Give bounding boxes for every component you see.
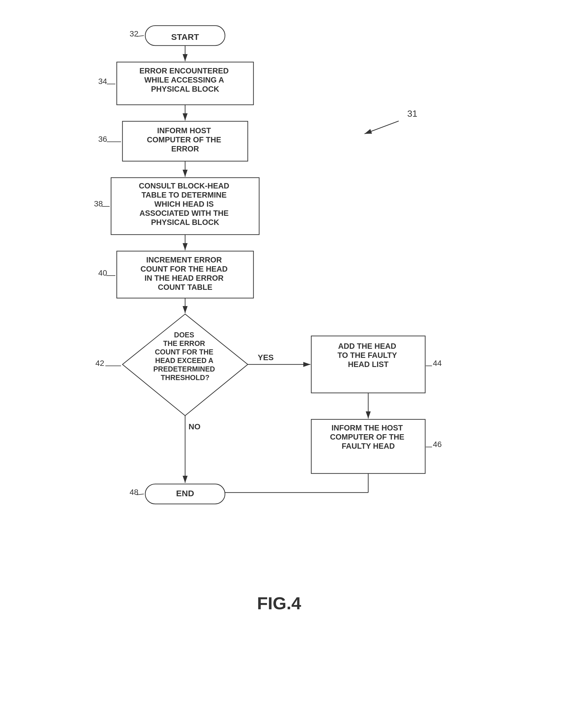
ref-40: 40 — [98, 268, 107, 277]
ref-48: 48 — [130, 488, 138, 497]
ref-42: 42 — [95, 359, 104, 368]
no-label: NO — [189, 422, 200, 431]
fig-caption: FIG.4 — [257, 593, 301, 613]
ref-32: 32 — [130, 29, 138, 38]
fig-ref-label: 31 — [407, 108, 417, 119]
ref-38: 38 — [94, 199, 103, 208]
start-label: START — [171, 32, 199, 42]
end-label: END — [176, 489, 194, 498]
diagram-container: 31 START 32 ERROR ENCOUNTERED WHILE ACCE… — [23, 11, 535, 695]
ref-44: 44 — [433, 359, 442, 368]
ref-46: 46 — [433, 440, 442, 449]
ref-34: 34 — [98, 77, 107, 86]
yes-label: YES — [258, 353, 274, 362]
fig-ref-arrow — [365, 121, 399, 134]
ref-36: 36 — [98, 135, 107, 143]
node-34-label: ERROR ENCOUNTERED WHILE ACCESSING A PHYS… — [139, 67, 231, 93]
